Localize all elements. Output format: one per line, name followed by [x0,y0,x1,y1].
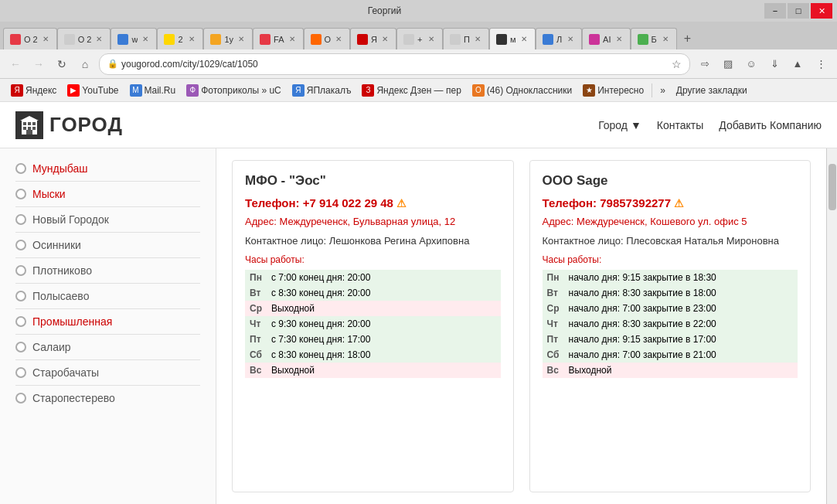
sidebar-link[interactable]: Салаир [32,341,71,353]
tab-close-icon[interactable]: ✕ [566,34,575,44]
browser-tab-14[interactable]: Б ✕ [631,28,677,49]
bookmark-5[interactable]: ЗЯндекс Дзен — пер [357,83,465,98]
more-button[interactable]: ⋮ [811,54,831,74]
browser-tab-11[interactable]: м ✕ [489,28,536,49]
browser-tab-1[interactable]: О 2 ✕ [3,28,57,49]
sidebar-item-7[interactable]: Салаир [0,335,216,359]
nav-add-company[interactable]: Добавить Компанию [719,119,822,131]
close-button[interactable]: ✕ [811,3,832,19]
nav-contacts[interactable]: Контакты [657,119,703,131]
phone-warn-icon: ⚠ [396,197,407,209]
sidebar-item-2[interactable]: Новый Городок [0,207,216,232]
back-button[interactable]: ← [6,55,25,73]
sidebar-link[interactable]: Осинники [32,239,81,251]
browser-tab-6[interactable]: FA ✕ [253,28,303,49]
browser-tab-9[interactable]: + ✕ [396,28,443,49]
sidebar-link[interactable]: Старобачаты [32,366,99,379]
tab-close-icon[interactable]: ✕ [380,34,390,44]
reload-button[interactable]: ↻ [53,55,71,73]
nav-gorod[interactable]: Город ▼ [598,119,641,131]
header-nav: Город ▼ Контакты Добавить Компанию [598,119,822,131]
sidebar-link[interactable]: Промышленная [32,315,112,328]
bookmark-icon: З [362,84,374,97]
hours-row: Ср Выходной [245,301,501,316]
download-button[interactable]: ⇓ [764,54,784,74]
browser-tab-13[interactable]: AI ✕ [582,28,630,49]
tab-close-icon[interactable]: ✕ [334,34,343,44]
browser-tab-5[interactable]: 1у ✕ [203,28,253,49]
radio-icon [15,393,26,404]
tab-close-icon[interactable]: ✕ [187,34,196,44]
browser-tab-10[interactable]: П ✕ [443,28,489,49]
url-bar[interactable]: 🔒 yougorod.com/city/1029/cat/1050 ☆ [99,53,690,75]
tab-label: О 2 [78,35,92,44]
sidebar-link[interactable]: Плотниково [32,264,92,277]
browser-tab-3[interactable]: w ✕ [111,28,157,49]
phone-number[interactable]: 79857392277 [600,196,671,209]
sidebar-item-8[interactable]: Старобачаты [0,360,216,385]
scrollbar[interactable] [826,148,837,504]
sidebar-item-4[interactable]: Плотниково [0,258,216,283]
sidebar-item-9[interactable]: Старопестерево [0,386,216,410]
forward-button[interactable]: → [29,55,48,73]
hours-text: с 7:30 конец дня: 17:00 [267,332,501,347]
company-address[interactable]: Адрес: Междуреченск, Бульварная улица, 1… [245,216,455,227]
browser-tab-12[interactable]: Л ✕ [536,28,582,49]
tab-close-icon[interactable]: ✕ [519,34,529,44]
sidebar: МундыбашМыскиНовый ГородокОсинникиПлотни… [0,148,216,504]
hours-label: Часы работы: [543,254,798,265]
bookmark-6[interactable]: О(46) Одноклассники [468,83,577,98]
sidebar-item-5[interactable]: Полысаево [0,284,216,308]
logo-text: ГОРОД [49,113,123,137]
sidebar-link[interactable]: Полысаево [32,290,89,302]
bookmark-star-icon[interactable]: ☆ [672,58,682,70]
profile-button[interactable]: ☺ [741,54,761,74]
tab-close-icon[interactable]: ✕ [614,34,624,44]
sidebar-item-6[interactable]: Промышленная [0,309,216,334]
bookmark-7[interactable]: ★Интересно [578,83,648,98]
sidebar-link[interactable]: Мундыбаш [32,162,88,175]
tabs-bar: О 2 ✕ О 2 ✕ w ✕ 2 ✕ 1у ✕ FA ✕ О ✕ Я ✕ + … [0,22,837,49]
tab-close-icon[interactable]: ✕ [236,34,246,44]
scrollbar-thumb[interactable] [828,164,836,210]
restore-button[interactable]: □ [788,3,809,19]
share-button[interactable]: ⇨ [695,54,715,74]
new-tab-button[interactable]: + [677,28,699,49]
bookmark-9[interactable]: Другие закладки [672,83,752,97]
sidebar-item-0[interactable]: Мундыбаш [0,156,216,181]
sidebar-link[interactable]: Новый Городок [32,213,109,226]
svg-rect-4 [23,127,26,130]
sidebar-link[interactable]: Старопестерево [32,392,115,404]
plugin-button[interactable]: ▲ [788,54,808,74]
tab-close-icon[interactable]: ✕ [41,34,50,44]
tab-close-icon[interactable]: ✕ [427,34,436,44]
svg-rect-5 [28,127,31,130]
bookmark-icon: М [130,84,142,97]
tab-icon [450,34,461,45]
tab-close-icon[interactable]: ✕ [288,34,297,44]
tab-close-icon[interactable]: ✕ [473,34,482,44]
browser-tab-7[interactable]: О ✕ [304,28,351,49]
company-address[interactable]: Адрес: Междуреченск, Кошевого ул. офис 5 [543,216,747,227]
bookmark-2[interactable]: МMail.Ru [125,83,181,98]
bookmarks-more[interactable]: » [655,83,670,97]
phone-number[interactable]: +7 914 022 29 48 [303,196,393,209]
home-button[interactable]: ⌂ [76,55,94,73]
tab-close-icon[interactable]: ✕ [94,34,104,44]
sidebar-item-3[interactable]: Осинники [0,233,216,257]
minimize-button[interactable]: − [764,3,786,19]
bookmark-0[interactable]: ЯЯндекс [6,83,61,98]
svg-rect-3 [32,122,36,125]
sidebar-link[interactable]: Мыски [32,188,66,200]
tab-close-icon[interactable]: ✕ [661,34,670,44]
browser-tab-4[interactable]: 2 ✕ [157,28,203,49]
browser-tab-2[interactable]: О 2 ✕ [57,28,111,49]
bookmark-label: Другие закладки [676,85,747,96]
extensions-button[interactable]: ▨ [718,54,738,74]
bookmark-1[interactable]: ▶YouTube [63,83,123,98]
bookmark-3[interactable]: ФФотоприколы » uС [182,83,286,98]
tab-close-icon[interactable]: ✕ [141,34,150,44]
sidebar-item-1[interactable]: Мыски [0,182,216,206]
bookmark-4[interactable]: ЯЯПлакалъ [288,83,356,98]
browser-tab-8[interactable]: Я ✕ [350,28,396,49]
